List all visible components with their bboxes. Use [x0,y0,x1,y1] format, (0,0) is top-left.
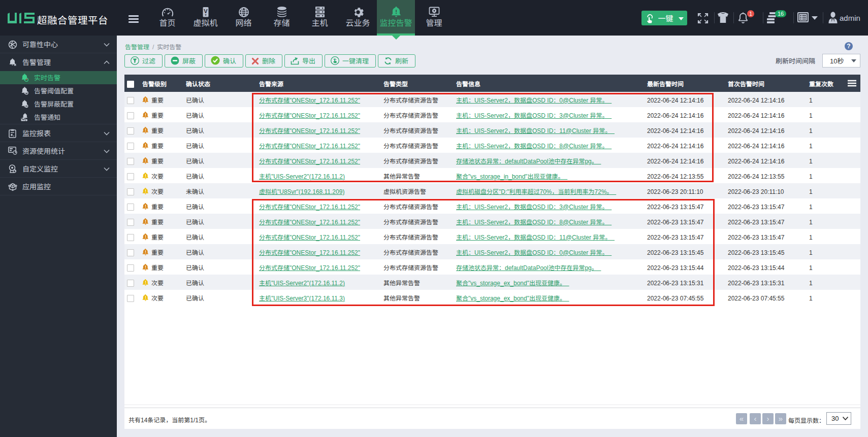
svg-text:V: V [204,8,208,14]
